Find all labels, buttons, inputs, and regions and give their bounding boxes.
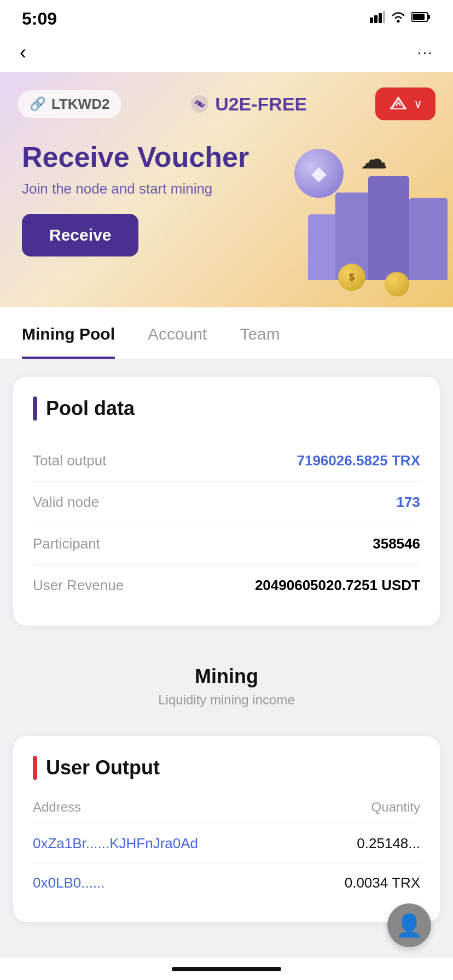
total-output-row: Total output 7196026.5825 TRX (33, 440, 420, 482)
col-address: Address (33, 800, 81, 815)
col-quantity: Quantity (371, 800, 420, 815)
more-button[interactable]: ··· (417, 44, 433, 61)
participant-value: 358546 (373, 535, 420, 552)
wifi-icon (391, 11, 406, 26)
total-output-value: 7196026.5825 TRX (297, 452, 420, 469)
mining-title: Mining (22, 665, 431, 688)
tron-button[interactable]: ∨ (375, 88, 435, 120)
total-output-label: Total output (33, 452, 106, 469)
hero-banner: 🔗 LTKWD2 U2E-FREE ∨ Receive Voucher Join… (0, 72, 453, 307)
main-content: Mining Pool Account Team Pool data Total… (0, 307, 453, 922)
mining-section: Mining Liquidity mining income (0, 643, 453, 719)
badge-label: LTKWD2 (51, 96, 109, 113)
tab-mining-pool[interactable]: Mining Pool (22, 307, 115, 359)
svg-rect-2 (379, 13, 382, 23)
card-accent-bar (33, 396, 37, 421)
user-revenue-value: 20490605020.7251 USDT (255, 577, 420, 594)
svg-rect-7 (413, 14, 425, 20)
svg-rect-1 (374, 15, 378, 23)
user-revenue-label: User Revenue (33, 577, 124, 594)
valid-node-value: 173 (397, 494, 420, 511)
gold-coin-2 (385, 272, 409, 296)
tron-icon (388, 94, 408, 114)
mining-subtitle: Liquidity mining income (22, 692, 431, 708)
avatar-button[interactable]: 👤 (387, 903, 431, 947)
hero-top-row: 🔗 LTKWD2 U2E-FREE ∨ (0, 72, 453, 120)
ltkwd-badge: 🔗 LTKWD2 (18, 90, 121, 118)
brand-logo: U2E-FREE (190, 94, 307, 115)
address-1: 0x0LB0...... (33, 874, 105, 891)
pool-data-title: Pool data (46, 397, 135, 420)
tab-team[interactable]: Team (240, 307, 280, 359)
user-output-title: User Output (46, 756, 160, 779)
eth-coin-decoration: ◆ (294, 149, 344, 198)
receive-button[interactable]: Receive (22, 214, 138, 256)
brand-name: U2E-FREE (215, 94, 307, 115)
svg-point-4 (397, 20, 400, 23)
link-icon: 🔗 (30, 96, 46, 112)
back-button[interactable]: ‹ (20, 41, 26, 64)
pool-data-card: Pool data Total output 7196026.5825 TRX … (13, 377, 440, 626)
bottom-bar (0, 958, 453, 980)
user-output-row-1: 0x0LB0...... 0.0034 TRX (33, 863, 420, 902)
user-output-accent-bar (33, 756, 37, 780)
user-output-title-row: User Output (33, 756, 420, 780)
svg-rect-0 (370, 18, 373, 23)
scroll-indicator (172, 967, 281, 971)
amount-1: 0.0034 TRX (345, 874, 420, 891)
tron-chevron-icon: ∨ (414, 97, 422, 111)
tab-account[interactable]: Account (148, 307, 207, 359)
valid-node-label: Valid node (33, 494, 99, 511)
signal-icon (370, 11, 385, 26)
participant-label: Participant (33, 535, 100, 552)
card-title-row: Pool data (33, 396, 420, 421)
status-bar: 5:09 (0, 0, 453, 33)
building-4 (409, 198, 448, 280)
building-3 (368, 176, 409, 280)
svg-rect-6 (428, 15, 430, 19)
battery-icon (411, 11, 431, 26)
amount-0: 0.25148... (357, 835, 420, 852)
gold-coin-1: $ (338, 264, 365, 291)
svg-rect-3 (383, 11, 385, 23)
valid-node-row: Valid node 173 (33, 482, 420, 523)
cloud-decoration: ☁ (360, 143, 387, 175)
user-output-row-0: 0xZa1Br......KJHFnJra0Ad 0.25148... (33, 824, 420, 863)
user-revenue-row: User Revenue 20490605020.7251 USDT (33, 565, 420, 606)
brand-icon (190, 94, 210, 114)
building-1 (308, 214, 338, 280)
hero-illustration: ◆ $ ☁ (234, 132, 453, 307)
svg-point-9 (198, 102, 202, 106)
status-icons (370, 11, 431, 26)
nav-bar: ‹ ··· (0, 33, 453, 72)
tabs-row: Mining Pool Account Team (0, 307, 453, 359)
table-header: Address Quantity (33, 800, 420, 824)
participant-row: Participant 358546 (33, 523, 420, 565)
address-0: 0xZa1Br......KJHFnJra0Ad (33, 835, 198, 852)
user-output-card: User Output Address Quantity 0xZa1Br....… (13, 736, 440, 922)
status-time: 5:09 (22, 9, 57, 29)
avatar-icon: 👤 (396, 913, 423, 938)
city-scene: ◆ $ ☁ (234, 132, 453, 307)
